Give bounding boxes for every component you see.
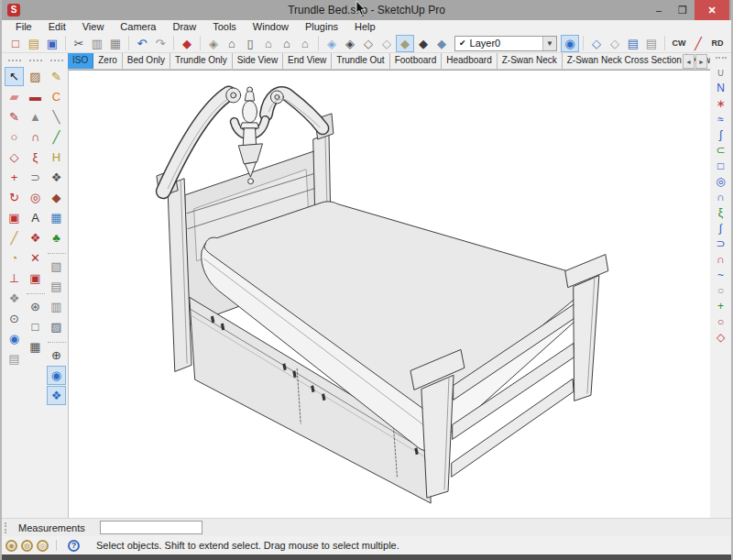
polygon-tool[interactable]: ◇ bbox=[5, 148, 24, 167]
rd-tool-icon[interactable]: RD bbox=[707, 35, 728, 52]
maximize-button[interactable]: ❒ bbox=[671, 0, 695, 20]
follow-me-tool[interactable]: ⊃ bbox=[26, 168, 45, 187]
left-view-icon[interactable]: ⌂ bbox=[296, 35, 314, 52]
toolbar-grip[interactable] bbox=[50, 60, 63, 64]
layers-dropdown[interactable]: ✔ Layer0 ▼ bbox=[454, 36, 557, 51]
toolbar-grip[interactable] bbox=[5, 522, 9, 533]
menu-plugins[interactable]: Plugins bbox=[297, 20, 346, 34]
h-plugin-tool[interactable]: H bbox=[47, 148, 66, 167]
offset-tool[interactable]: ◎ bbox=[26, 188, 45, 207]
star-curve-tool[interactable]: ∗ bbox=[713, 95, 729, 111]
menu-file[interactable]: File bbox=[7, 20, 40, 34]
measurements-input[interactable] bbox=[100, 521, 202, 534]
tab-trundle-only[interactable]: Trundle Only bbox=[170, 53, 233, 69]
tab-zero[interactable]: Zero bbox=[93, 53, 123, 69]
line-tool[interactable]: ✎ bbox=[5, 107, 24, 126]
paint-bucket-tool[interactable]: ▨ bbox=[26, 67, 45, 86]
spiral-curve-tool[interactable]: ◎ bbox=[713, 173, 729, 189]
close-button[interactable]: ✕ bbox=[695, 0, 729, 20]
cut-icon[interactable]: ✂ bbox=[70, 35, 88, 52]
hidden-line-style-icon[interactable]: ◇ bbox=[377, 35, 396, 52]
rounded-rect-curve-tool[interactable]: □ bbox=[713, 158, 729, 173]
select-tool[interactable]: ↖ bbox=[5, 67, 24, 86]
move-tool[interactable]: + bbox=[5, 168, 24, 187]
circle-red-tool[interactable]: ○ bbox=[713, 313, 729, 329]
protractor-tool[interactable]: ◔ bbox=[5, 248, 24, 268]
tab-bed-only[interactable]: Bed Only bbox=[123, 53, 170, 69]
zoom-extents-tool[interactable]: ✕ bbox=[26, 248, 45, 268]
tree-tool[interactable]: ♣ bbox=[47, 228, 66, 247]
menu-edit[interactable]: Edit bbox=[40, 20, 74, 34]
shaded-style-icon[interactable]: ◆ bbox=[396, 35, 414, 52]
model-trundle-bed[interactable] bbox=[69, 71, 710, 518]
zoom-window-tool[interactable]: ▣ bbox=[26, 269, 45, 288]
grid-tool[interactable]: ▦ bbox=[26, 337, 45, 357]
toolbar-grip[interactable] bbox=[716, 57, 727, 61]
tab-headboard[interactable]: Headboard bbox=[442, 53, 497, 69]
section-tool-3[interactable]: ▥ bbox=[47, 297, 66, 316]
save-icon[interactable]: ▣ bbox=[43, 35, 61, 52]
tab-z-swan-neck-cross-section[interactable]: Z-Swan Neck Cross Section bbox=[563, 53, 687, 69]
pan-tool[interactable]: ❖ bbox=[5, 289, 24, 308]
help-icon[interactable]: ? bbox=[68, 540, 80, 552]
plugin-tool-1-icon[interactable]: ◇ bbox=[587, 35, 606, 52]
orbit-tool[interactable]: ◉ bbox=[5, 329, 24, 348]
tab-end-view[interactable]: End View bbox=[283, 53, 332, 69]
push-pull-tool[interactable]: ▲ bbox=[26, 107, 45, 126]
iso-view-icon[interactable]: ◈ bbox=[204, 35, 223, 52]
tab-scroll-left-button[interactable]: ◄ bbox=[683, 54, 695, 69]
model-info-icon[interactable]: ◆ bbox=[178, 35, 196, 52]
menu-draw[interactable]: Draw bbox=[164, 20, 204, 34]
chevron-down-icon[interactable]: ▼ bbox=[542, 37, 556, 50]
dimension-tool-icon[interactable]: ╱ bbox=[689, 35, 707, 52]
wrench-curve-tool[interactable]: + bbox=[713, 298, 729, 313]
frame-tool[interactable]: □ bbox=[26, 317, 45, 336]
wireframe-style-icon[interactable]: ◇ bbox=[359, 35, 377, 52]
rectangle-tool[interactable]: ▬ bbox=[26, 87, 45, 106]
s-curve-tool[interactable]: ʃ bbox=[713, 126, 729, 142]
new-document-icon[interactable]: □ bbox=[6, 35, 25, 52]
toolbar-grip[interactable] bbox=[29, 60, 42, 64]
knife-tool[interactable]: ╲ bbox=[47, 107, 66, 126]
redo-icon[interactable]: ↷ bbox=[151, 35, 170, 52]
axes-tool[interactable]: ⊥ bbox=[5, 269, 24, 288]
c-plugin-tool[interactable]: C bbox=[47, 87, 66, 106]
target-tool[interactable]: ⊕ bbox=[47, 346, 66, 365]
section-tool-4[interactable]: ▨ bbox=[47, 317, 66, 336]
menu-view[interactable]: View bbox=[74, 20, 113, 34]
wave-curve-tool[interactable]: ≈ bbox=[713, 111, 729, 126]
circle-tool[interactable]: ○ bbox=[5, 127, 24, 147]
title-bar[interactable]: S Trundle Bed.skp - SketchUp Pro – ❒ ✕ bbox=[2, 0, 731, 20]
status-credit-icon-1[interactable]: ◉ bbox=[5, 540, 17, 552]
right-view-icon[interactable]: ⌂ bbox=[259, 35, 278, 52]
image-tool[interactable]: ▦ bbox=[47, 208, 66, 227]
animal-tool-2[interactable]: ◆ bbox=[47, 188, 66, 207]
arc-red-tool[interactable]: ∩ bbox=[713, 251, 729, 267]
menu-help[interactable]: Help bbox=[346, 20, 384, 34]
plugin-tool-3-icon[interactable]: ▤ bbox=[624, 35, 642, 52]
monochrome-style-icon[interactable]: ◆ bbox=[432, 35, 451, 52]
front-view-icon[interactable]: ▯ bbox=[241, 35, 259, 52]
arc-green-tool[interactable]: ⊂ bbox=[713, 142, 729, 158]
text-tool[interactable]: A bbox=[26, 208, 45, 227]
tab-scroll-right-button[interactable]: ► bbox=[695, 54, 707, 69]
component-view-tool[interactable]: ❖ bbox=[47, 386, 66, 405]
back-view-icon[interactable]: ⌂ bbox=[278, 35, 296, 52]
status-credit-icon-2[interactable]: ◍ bbox=[21, 540, 33, 552]
menu-window[interactable]: Window bbox=[245, 20, 297, 34]
bezier-curve-tool[interactable]: ∫ bbox=[713, 220, 729, 236]
undo-icon[interactable]: ↶ bbox=[133, 35, 151, 52]
scale-tool[interactable]: ▣ bbox=[5, 208, 24, 227]
wave2-curve-tool[interactable]: ~ bbox=[713, 267, 729, 282]
component-tool[interactable]: ❖ bbox=[26, 228, 45, 247]
menu-camera[interactable]: Camera bbox=[112, 20, 164, 34]
settings-tool[interactable]: ⊛ bbox=[26, 297, 45, 316]
layer-manager-icon[interactable]: ◉ bbox=[561, 35, 579, 52]
section-tool-1[interactable]: ▧ bbox=[47, 257, 66, 276]
view-model-tool[interactable]: ◉ bbox=[47, 366, 66, 385]
tape-measure-tool[interactable]: ╱ bbox=[5, 228, 24, 247]
tab-footboard[interactable]: Footboard bbox=[390, 53, 443, 69]
cw-tool-icon[interactable]: CW bbox=[669, 35, 689, 52]
tab-iso[interactable]: ISO bbox=[68, 53, 93, 69]
arc-blue-tool[interactable]: ∩ bbox=[713, 189, 729, 204]
